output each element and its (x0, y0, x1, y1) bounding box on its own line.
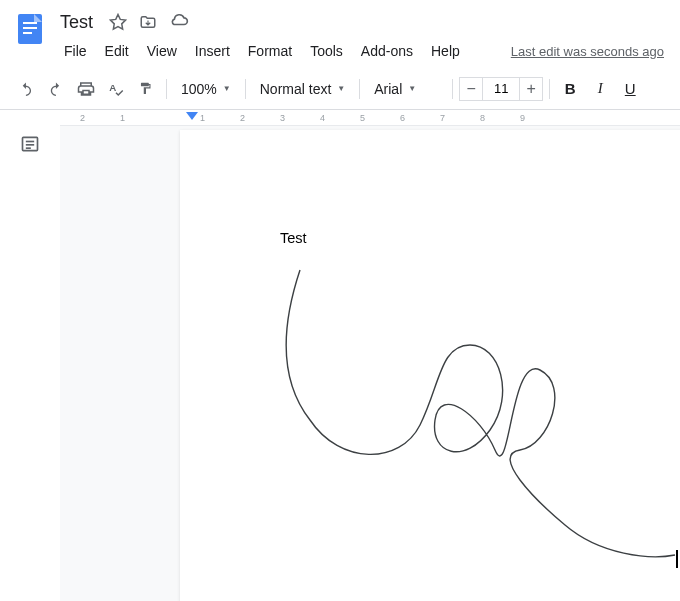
paint-format-button[interactable] (132, 75, 160, 103)
ruler-tick: 5 (360, 113, 365, 123)
menu-format[interactable]: Format (240, 39, 300, 63)
menu-view[interactable]: View (139, 39, 185, 63)
svg-rect-3 (23, 32, 32, 34)
title-row: Test (56, 8, 668, 36)
ruler-tick: 3 (280, 113, 285, 123)
toolbar-separator (452, 79, 453, 99)
workspace: 2 1 1 2 3 4 5 6 7 8 9 Test (0, 110, 680, 601)
docs-logo-icon[interactable] (12, 10, 48, 49)
font-size-group: − + (459, 77, 543, 101)
menu-help[interactable]: Help (423, 39, 468, 63)
menu-insert[interactable]: Insert (187, 39, 238, 63)
underline-button[interactable]: U (616, 75, 644, 103)
svg-rect-2 (23, 27, 37, 29)
italic-button[interactable]: I (586, 75, 614, 103)
undo-button[interactable] (12, 75, 40, 103)
menu-edit[interactable]: Edit (97, 39, 137, 63)
toolbar-separator (359, 79, 360, 99)
font-size-decrease-button[interactable]: − (459, 77, 483, 101)
ruler-tick: 2 (240, 113, 245, 123)
chevron-down-icon: ▼ (408, 84, 416, 93)
paragraph-style-value: Normal text (260, 81, 332, 97)
document-page[interactable]: Test (180, 130, 680, 601)
svg-text:A: A (109, 81, 116, 92)
star-icon[interactable] (109, 13, 127, 31)
toolbar-separator (245, 79, 246, 99)
font-family-dropdown[interactable]: Arial ▼ (366, 77, 446, 101)
canvas-area: 2 1 1 2 3 4 5 6 7 8 9 Test (60, 110, 680, 601)
paragraph-style-dropdown[interactable]: Normal text ▼ (252, 77, 354, 101)
header: Test File Edit View Insert Format Tools … (0, 0, 680, 66)
redo-button[interactable] (42, 75, 70, 103)
bold-button[interactable]: B (556, 75, 584, 103)
toolbar-separator (166, 79, 167, 99)
toolbar: A 100% ▼ Normal text ▼ Arial ▼ − + B I U (0, 68, 680, 110)
zoom-dropdown[interactable]: 100% ▼ (173, 77, 239, 101)
font-size-input[interactable] (483, 77, 519, 101)
ruler-tick: 2 (80, 113, 85, 123)
print-button[interactable] (72, 75, 100, 103)
font-family-value: Arial (374, 81, 402, 97)
left-sidebar (0, 110, 60, 601)
ruler-tick: 4 (320, 113, 325, 123)
outline-toggle-button[interactable] (16, 130, 44, 158)
last-edit-link[interactable]: Last edit was seconds ago (511, 44, 668, 59)
document-text[interactable]: Test (280, 230, 640, 246)
font-size-increase-button[interactable]: + (519, 77, 543, 101)
menu-file[interactable]: File (56, 39, 95, 63)
indent-marker-icon[interactable] (186, 112, 198, 126)
zoom-value: 100% (181, 81, 217, 97)
ruler-tick: 7 (440, 113, 445, 123)
ruler-tick: 6 (400, 113, 405, 123)
document-title[interactable]: Test (56, 10, 97, 35)
ruler-tick: 9 (520, 113, 525, 123)
chevron-down-icon: ▼ (337, 84, 345, 93)
menu-tools[interactable]: Tools (302, 39, 351, 63)
toolbar-separator (549, 79, 550, 99)
cloud-status-icon[interactable] (169, 12, 189, 32)
horizontal-ruler[interactable]: 2 1 1 2 3 4 5 6 7 8 9 (60, 110, 680, 126)
spellcheck-button[interactable]: A (102, 75, 130, 103)
menubar: File Edit View Insert Format Tools Add-o… (56, 36, 668, 66)
ruler-tick: 1 (200, 113, 205, 123)
svg-rect-1 (23, 22, 37, 24)
ruler-tick: 1 (120, 113, 125, 123)
ruler-tick: 8 (480, 113, 485, 123)
drawing-scribble (280, 265, 680, 585)
chevron-down-icon: ▼ (223, 84, 231, 93)
move-folder-icon[interactable] (139, 13, 157, 31)
menu-addons[interactable]: Add-ons (353, 39, 421, 63)
text-cursor (676, 550, 678, 568)
header-main: Test File Edit View Insert Format Tools … (56, 8, 668, 66)
page-content: Test (180, 130, 680, 246)
